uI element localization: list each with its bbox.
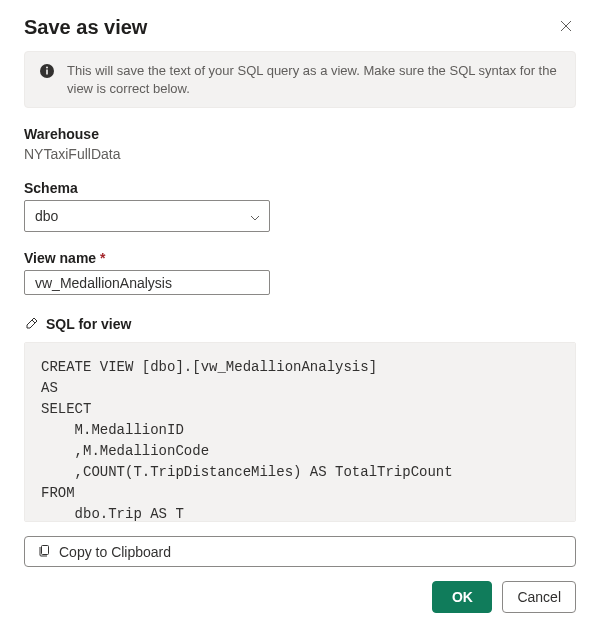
copy-icon — [37, 543, 51, 560]
schema-select[interactable]: dbo — [24, 200, 270, 232]
sql-header-text: SQL for view — [46, 316, 131, 332]
copy-to-clipboard-button[interactable]: Copy to Clipboard — [24, 536, 576, 567]
warehouse-label: Warehouse — [24, 126, 576, 142]
view-name-label-text: View name — [24, 250, 96, 266]
ok-button[interactable]: OK — [432, 581, 492, 613]
info-text: This will save the text of your SQL quer… — [67, 62, 561, 97]
svg-rect-3 — [42, 546, 49, 555]
sql-header: SQL for view — [24, 315, 576, 332]
save-as-view-dialog: Save as view This will save the text of … — [0, 0, 600, 633]
close-icon[interactable] — [556, 16, 576, 38]
schema-selected-value: dbo — [35, 208, 58, 224]
warehouse-value: NYTaxiFullData — [24, 146, 576, 162]
dialog-footer: OK Cancel — [24, 567, 576, 613]
dialog-title: Save as view — [24, 16, 147, 39]
svg-rect-1 — [46, 70, 48, 75]
info-banner: This will save the text of your SQL quer… — [24, 51, 576, 108]
view-name-input[interactable] — [24, 270, 270, 295]
schema-label: Schema — [24, 180, 576, 196]
required-asterisk: * — [100, 250, 105, 266]
info-icon — [39, 63, 55, 79]
view-name-label: View name * — [24, 250, 576, 266]
sql-code-box[interactable]: CREATE VIEW [dbo].[vw_MedallionAnalysis]… — [24, 342, 576, 522]
dialog-header: Save as view — [24, 16, 576, 39]
cancel-button[interactable]: Cancel — [502, 581, 576, 613]
svg-point-2 — [46, 67, 48, 69]
eraser-icon — [24, 315, 38, 332]
copy-button-label: Copy to Clipboard — [59, 544, 171, 560]
